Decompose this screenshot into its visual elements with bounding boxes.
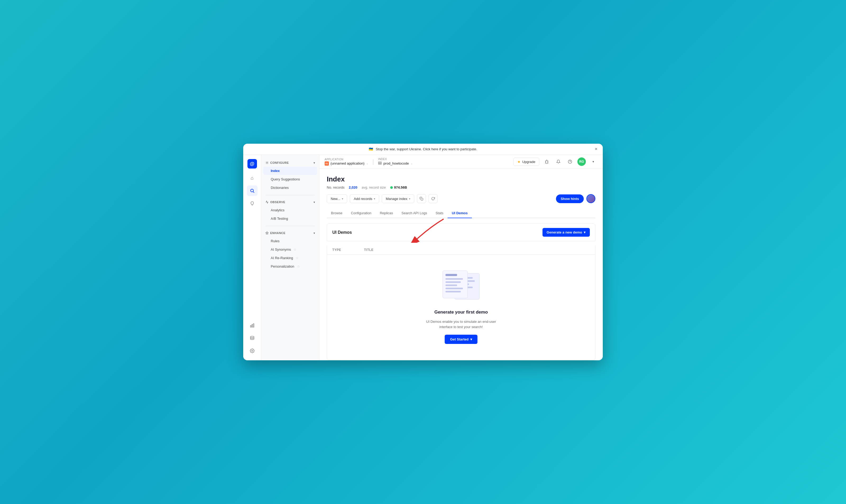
sidebar-item-rules[interactable]: Rules — [263, 237, 317, 245]
empty-title: Generate your first demo — [434, 310, 488, 315]
green-dot-icon — [390, 186, 393, 189]
bell-button[interactable] — [554, 158, 563, 166]
notifications-rocket-button[interactable] — [542, 158, 551, 166]
refresh-button[interactable] — [429, 194, 437, 203]
get-started-chevron-icon: ▾ — [470, 337, 472, 341]
demos-empty-state: Generate your first demo UI Demos enable… — [327, 255, 595, 360]
nav-home-icon[interactable]: ⌂ — [247, 173, 258, 183]
help-button[interactable] — [566, 158, 574, 166]
index-chevron: ⌄ — [411, 162, 413, 165]
svg-line-1 — [253, 192, 254, 193]
nav-settings-icon[interactable] — [247, 345, 258, 356]
tab-configuration[interactable]: Configuration — [347, 209, 375, 218]
tab-search-api-logs[interactable]: Search API Logs — [397, 209, 431, 218]
ukraine-flag: 🇺🇦 — [369, 147, 373, 151]
app-value[interactable]: 01 (unnamed application) ⌄ — [325, 161, 368, 166]
col-title-header: Title — [364, 248, 590, 252]
svg-rect-4 — [253, 324, 254, 327]
nav-lightbulb-icon[interactable] — [247, 198, 258, 209]
sidebar-item-ai-reranking[interactable]: AI Re-Ranking ☆ — [263, 254, 317, 262]
empty-illustration — [443, 270, 480, 302]
sidebar-divider-2 — [265, 226, 315, 226]
generate-chevron-icon: ▾ — [584, 230, 586, 234]
svg-rect-10 — [379, 163, 382, 163]
svg-rect-3 — [252, 324, 253, 327]
index-value[interactable]: prod_howtocode ⌄ — [378, 161, 412, 166]
copy-button[interactable] — [417, 194, 426, 203]
add-records-chevron-icon: ▾ — [374, 197, 375, 200]
svg-point-7 — [267, 162, 267, 163]
sidebar: CONFIGURE ▾ Index Query Suggestions Dict… — [261, 155, 320, 360]
page-title: Index — [327, 175, 595, 183]
sidebar-configure-header[interactable]: CONFIGURE ▾ — [261, 159, 319, 166]
app-label: Application — [325, 158, 368, 161]
app-logo: @ — [247, 159, 257, 168]
icon-nav-bottom — [247, 320, 258, 356]
doc-front — [443, 270, 468, 298]
sidebar-enhance-header[interactable]: ENHANCE ▾ — [261, 229, 319, 237]
banner-text: Stop the war, support Ukraine. Click her… — [376, 147, 477, 151]
ukraine-banner[interactable]: 🇺🇦 Stop the war, support Ukraine. Click … — [243, 144, 603, 155]
records-count: 2,020 — [349, 185, 358, 190]
svg-rect-11 — [379, 164, 382, 165]
user-avatar[interactable]: RG — [577, 158, 586, 166]
record-info: No. records 2,020 avg. record size 974.5… — [327, 185, 595, 190]
tab-replicas[interactable]: Replicas — [376, 209, 397, 218]
index-icon — [378, 161, 382, 166]
svg-rect-9 — [379, 162, 382, 162]
topbar: Application 01 (unnamed application) ⌄ |… — [320, 155, 603, 169]
index-name: prod_howtocode — [383, 161, 409, 165]
sidebar-divider-1 — [265, 195, 315, 195]
demos-table-header: Type Title — [327, 246, 595, 255]
app-name: (unnamed application) — [330, 161, 365, 165]
svg-point-6 — [252, 350, 253, 352]
record-size-value: 974.56B — [394, 185, 407, 190]
topbar-separator: | — [373, 158, 374, 165]
svg-point-0 — [251, 189, 254, 192]
nav-analytics-icon[interactable] — [247, 320, 258, 331]
sidebar-observe-header[interactable]: OBSERVE ▾ — [261, 198, 319, 206]
new-chevron-icon: ▾ — [342, 197, 343, 200]
manage-chevron-icon: ▾ — [409, 197, 410, 200]
manage-index-button[interactable]: Manage index ▾ — [382, 194, 414, 203]
avg-label: avg. record size — [362, 185, 386, 190]
tab-browse[interactable]: Browse — [327, 209, 347, 218]
sidebar-item-ai-synonyms[interactable]: AI Synonyms ☆ — [263, 246, 317, 254]
sidebar-item-analytics[interactable]: Analytics — [263, 206, 317, 214]
tab-stats[interactable]: Stats — [431, 209, 448, 218]
svg-point-5 — [251, 336, 254, 338]
banner-close-button[interactable]: × — [594, 146, 598, 152]
add-records-button[interactable]: Add records ▾ — [350, 194, 379, 203]
sidebar-item-ab-testing[interactable]: A/B Testing — [263, 215, 317, 223]
records-label: No. records — [327, 185, 344, 190]
hint-avatar[interactable] — [586, 194, 595, 203]
icon-nav: @ ⌂ — [243, 155, 261, 360]
toolbar: New... ▾ Add records ▾ Manage index ▾ — [327, 194, 595, 203]
nav-database-icon[interactable] — [247, 333, 258, 343]
get-started-button[interactable]: Get Started ▾ — [445, 335, 477, 344]
content-area: Application 01 (unnamed application) ⌄ |… — [320, 155, 603, 360]
star-icon: ★ — [517, 160, 521, 164]
record-size: 974.56B — [390, 185, 407, 190]
sidebar-item-index[interactable]: Index — [263, 167, 317, 175]
index-label: Index — [378, 158, 412, 161]
tab-ui-demos[interactable]: UI Demos — [448, 209, 472, 218]
svg-marker-8 — [266, 232, 268, 234]
main-content: Index No. records 2,020 avg. record size… — [320, 169, 603, 360]
generate-demo-button[interactable]: Generate a new demo ▾ — [542, 228, 590, 237]
nav-search-icon[interactable] — [247, 185, 258, 196]
sidebar-item-query-suggestions[interactable]: Query Suggestions — [263, 175, 317, 183]
app-selector[interactable]: Application 01 (unnamed application) ⌄ — [325, 158, 368, 166]
sidebar-item-personalization[interactable]: Personalization ☆ — [263, 262, 317, 270]
tabs: Browse Configuration Replicas Search API… — [327, 209, 595, 218]
upgrade-button[interactable]: ★ Upgrade — [514, 158, 539, 166]
user-menu-chevron[interactable]: ▾ — [589, 158, 598, 166]
sidebar-item-dictionaries[interactable]: Dictionaries — [263, 184, 317, 192]
demos-section: UI Demos Generate a new demo ▾ Type Titl… — [327, 223, 595, 360]
svg-rect-2 — [251, 325, 251, 327]
show-hints-button[interactable]: Show hints — [556, 194, 584, 203]
index-selector[interactable]: Index prod_howtocode ⌄ — [378, 158, 412, 166]
new-button[interactable]: New... ▾ — [327, 194, 347, 203]
app-dot: 01 — [325, 161, 329, 166]
demos-header: UI Demos Generate a new demo ▾ — [327, 223, 595, 241]
